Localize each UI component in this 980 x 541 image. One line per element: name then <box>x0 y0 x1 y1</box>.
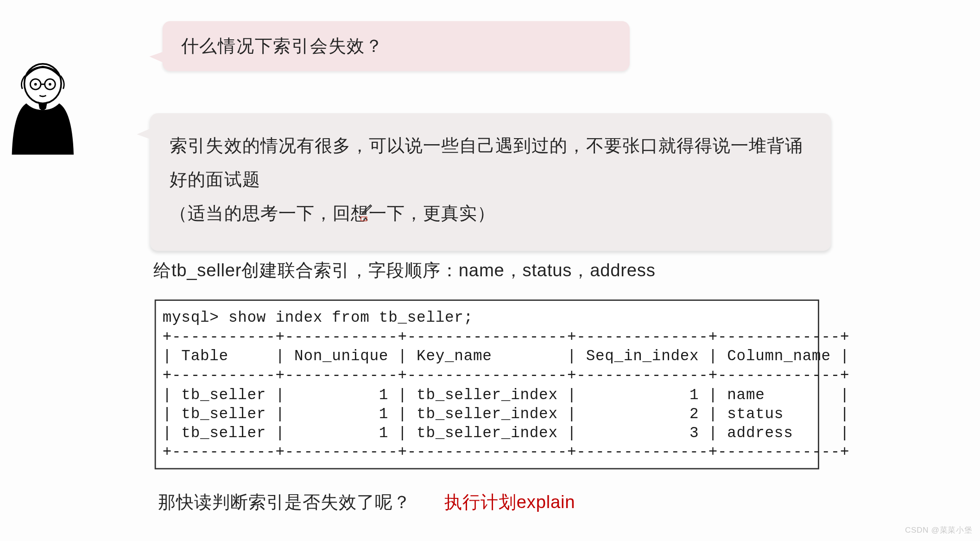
bottom-red: 执行计划explain <box>444 492 575 512</box>
terminal-output: mysql> show index from tb_seller; +-----… <box>155 299 819 469</box>
terminal-pre: mysql> show index from tb_seller; +-----… <box>163 309 811 463</box>
bottom-black: 那快读判断索引是否失效了呢？ <box>158 492 411 512</box>
svg-point-4 <box>34 83 37 86</box>
avatar <box>6 56 79 155</box>
question-text: 什么情况下索引会失效？ <box>181 34 612 58</box>
question-bubble: 什么情况下索引会失效？ <box>163 21 630 71</box>
pencil-icon <box>360 203 373 216</box>
bottom-line: 那快读判断索引是否失效了呢？ 执行计划explain <box>158 490 575 514</box>
answer-bubble: 索引失效的情况有很多，可以说一些自己遇到过的，不要张口就得得说一堆背诵好的面试题… <box>150 113 831 251</box>
cursor-pencil <box>360 203 380 223</box>
answer-text: 索引失效的情况有很多，可以说一些自己遇到过的，不要张口就得得说一堆背诵好的面试题… <box>170 129 811 231</box>
watermark: CSDN @菜菜小堡 <box>905 525 973 536</box>
svg-point-5 <box>49 83 51 86</box>
cursor-selection-rect <box>360 216 367 221</box>
instruction-text: 给tb_seller创建联合索引，字段顺序：name，status，addres… <box>153 259 656 282</box>
